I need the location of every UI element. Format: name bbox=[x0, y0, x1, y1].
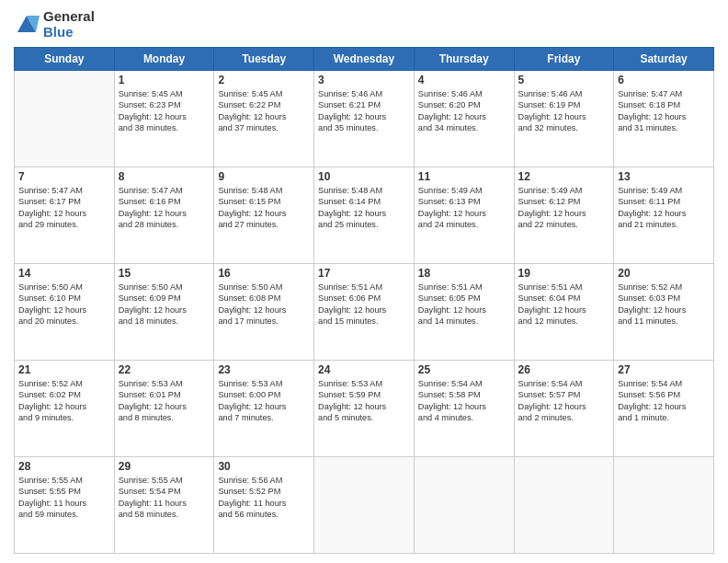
calendar-cell: 6Sunrise: 5:47 AM Sunset: 6:18 PM Daylig… bbox=[614, 71, 714, 167]
calendar-cell: 17Sunrise: 5:51 AM Sunset: 6:06 PM Dayli… bbox=[314, 264, 415, 361]
calendar-cell: 23Sunrise: 5:53 AM Sunset: 6:00 PM Dayli… bbox=[214, 361, 314, 457]
day-info: Sunrise: 5:50 AM Sunset: 6:09 PM Dayligh… bbox=[119, 282, 210, 327]
day-number: 27 bbox=[618, 363, 710, 376]
calendar-cell: 18Sunrise: 5:51 AM Sunset: 6:05 PM Dayli… bbox=[414, 264, 514, 361]
day-number: 26 bbox=[518, 363, 610, 376]
day-number: 19 bbox=[518, 267, 610, 280]
header: General Blue bbox=[14, 9, 714, 40]
day-number: 17 bbox=[318, 267, 410, 280]
weekday-header: Wednesday bbox=[314, 48, 415, 71]
calendar-cell: 22Sunrise: 5:53 AM Sunset: 6:01 PM Dayli… bbox=[114, 361, 214, 457]
weekday-header: Monday bbox=[114, 48, 214, 71]
calendar-cell bbox=[414, 457, 514, 554]
day-info: Sunrise: 5:47 AM Sunset: 6:17 PM Dayligh… bbox=[18, 185, 110, 231]
calendar-cell: 12Sunrise: 5:49 AM Sunset: 6:12 PM Dayli… bbox=[514, 167, 614, 264]
day-number: 8 bbox=[119, 170, 210, 183]
day-info: Sunrise: 5:53 AM Sunset: 5:59 PM Dayligh… bbox=[318, 378, 410, 424]
calendar-cell: 27Sunrise: 5:54 AM Sunset: 5:56 PM Dayli… bbox=[614, 361, 714, 457]
page: General Blue SundayMondayTuesdayWednesda… bbox=[0, 0, 728, 563]
day-info: Sunrise: 5:54 AM Sunset: 5:56 PM Dayligh… bbox=[618, 378, 710, 424]
day-number: 3 bbox=[318, 74, 410, 86]
day-info: Sunrise: 5:55 AM Sunset: 5:54 PM Dayligh… bbox=[119, 475, 210, 521]
day-info: Sunrise: 5:52 AM Sunset: 6:03 PM Dayligh… bbox=[618, 282, 710, 327]
logo-text: General Blue bbox=[43, 9, 95, 40]
day-number: 25 bbox=[418, 363, 510, 376]
day-number: 12 bbox=[518, 170, 610, 183]
calendar-cell: 29Sunrise: 5:55 AM Sunset: 5:54 PM Dayli… bbox=[114, 457, 214, 554]
weekday-header: Saturday bbox=[614, 48, 714, 71]
day-number: 4 bbox=[418, 74, 510, 86]
day-info: Sunrise: 5:55 AM Sunset: 5:55 PM Dayligh… bbox=[18, 475, 110, 521]
calendar-cell: 4Sunrise: 5:46 AM Sunset: 6:20 PM Daylig… bbox=[414, 71, 514, 167]
day-info: Sunrise: 5:48 AM Sunset: 6:15 PM Dayligh… bbox=[218, 185, 310, 231]
weekday-header: Sunday bbox=[15, 48, 115, 71]
day-info: Sunrise: 5:52 AM Sunset: 6:02 PM Dayligh… bbox=[18, 378, 110, 424]
logo: General Blue bbox=[14, 9, 95, 40]
calendar-cell: 7Sunrise: 5:47 AM Sunset: 6:17 PM Daylig… bbox=[15, 167, 115, 264]
calendar-cell: 26Sunrise: 5:54 AM Sunset: 5:57 PM Dayli… bbox=[514, 361, 614, 457]
day-number: 9 bbox=[218, 170, 310, 183]
day-number: 6 bbox=[618, 74, 710, 86]
calendar-cell: 25Sunrise: 5:54 AM Sunset: 5:58 PM Dayli… bbox=[414, 361, 514, 457]
logo-icon bbox=[14, 12, 40, 38]
calendar-cell: 15Sunrise: 5:50 AM Sunset: 6:09 PM Dayli… bbox=[114, 264, 214, 361]
day-info: Sunrise: 5:54 AM Sunset: 5:58 PM Dayligh… bbox=[418, 378, 510, 424]
day-number: 24 bbox=[318, 363, 410, 376]
calendar-cell: 28Sunrise: 5:55 AM Sunset: 5:55 PM Dayli… bbox=[15, 457, 115, 554]
day-info: Sunrise: 5:51 AM Sunset: 6:05 PM Dayligh… bbox=[418, 282, 510, 327]
day-info: Sunrise: 5:50 AM Sunset: 6:10 PM Dayligh… bbox=[18, 282, 110, 327]
weekday-header: Thursday bbox=[414, 48, 514, 71]
day-info: Sunrise: 5:54 AM Sunset: 5:57 PM Dayligh… bbox=[518, 378, 610, 424]
calendar-cell: 19Sunrise: 5:51 AM Sunset: 6:04 PM Dayli… bbox=[514, 264, 614, 361]
day-info: Sunrise: 5:49 AM Sunset: 6:13 PM Dayligh… bbox=[418, 185, 510, 231]
calendar-cell: 13Sunrise: 5:49 AM Sunset: 6:11 PM Dayli… bbox=[614, 167, 714, 264]
day-number: 21 bbox=[18, 363, 110, 376]
day-info: Sunrise: 5:46 AM Sunset: 6:19 PM Dayligh… bbox=[518, 88, 610, 134]
day-number: 23 bbox=[218, 363, 310, 376]
calendar-cell: 20Sunrise: 5:52 AM Sunset: 6:03 PM Dayli… bbox=[614, 264, 714, 361]
weekday-header: Friday bbox=[514, 48, 614, 71]
day-info: Sunrise: 5:56 AM Sunset: 5:52 PM Dayligh… bbox=[218, 475, 310, 521]
day-number: 28 bbox=[18, 460, 110, 473]
day-number: 15 bbox=[119, 267, 210, 280]
calendar-cell: 1Sunrise: 5:45 AM Sunset: 6:23 PM Daylig… bbox=[114, 71, 214, 167]
calendar-cell: 3Sunrise: 5:46 AM Sunset: 6:21 PM Daylig… bbox=[314, 71, 415, 167]
day-info: Sunrise: 5:45 AM Sunset: 6:22 PM Dayligh… bbox=[218, 88, 310, 134]
calendar-cell: 9Sunrise: 5:48 AM Sunset: 6:15 PM Daylig… bbox=[214, 167, 314, 264]
calendar-cell: 10Sunrise: 5:48 AM Sunset: 6:14 PM Dayli… bbox=[314, 167, 415, 264]
day-number: 29 bbox=[119, 460, 210, 473]
day-number: 18 bbox=[418, 267, 510, 280]
day-number: 20 bbox=[618, 267, 710, 280]
calendar-cell: 8Sunrise: 5:47 AM Sunset: 6:16 PM Daylig… bbox=[114, 167, 214, 264]
day-number: 22 bbox=[119, 363, 210, 376]
weekday-header: Tuesday bbox=[214, 48, 314, 71]
day-info: Sunrise: 5:47 AM Sunset: 6:16 PM Dayligh… bbox=[119, 185, 210, 231]
day-info: Sunrise: 5:51 AM Sunset: 6:06 PM Dayligh… bbox=[318, 282, 410, 327]
day-number: 7 bbox=[18, 170, 110, 183]
day-number: 16 bbox=[218, 267, 310, 280]
calendar-cell: 14Sunrise: 5:50 AM Sunset: 6:10 PM Dayli… bbox=[15, 264, 115, 361]
calendar-cell: 11Sunrise: 5:49 AM Sunset: 6:13 PM Dayli… bbox=[414, 167, 514, 264]
day-info: Sunrise: 5:51 AM Sunset: 6:04 PM Dayligh… bbox=[518, 282, 610, 327]
calendar-cell: 30Sunrise: 5:56 AM Sunset: 5:52 PM Dayli… bbox=[214, 457, 314, 554]
calendar-cell bbox=[15, 71, 115, 167]
day-number: 1 bbox=[119, 74, 210, 86]
day-info: Sunrise: 5:48 AM Sunset: 6:14 PM Dayligh… bbox=[318, 185, 410, 231]
day-number: 2 bbox=[218, 74, 310, 86]
calendar-cell: 16Sunrise: 5:50 AM Sunset: 6:08 PM Dayli… bbox=[214, 264, 314, 361]
calendar-cell: 24Sunrise: 5:53 AM Sunset: 5:59 PM Dayli… bbox=[314, 361, 415, 457]
day-info: Sunrise: 5:47 AM Sunset: 6:18 PM Dayligh… bbox=[618, 88, 710, 134]
day-info: Sunrise: 5:50 AM Sunset: 6:08 PM Dayligh… bbox=[218, 282, 310, 327]
day-number: 30 bbox=[218, 460, 310, 473]
calendar-cell bbox=[514, 457, 614, 554]
calendar-cell: 5Sunrise: 5:46 AM Sunset: 6:19 PM Daylig… bbox=[514, 71, 614, 167]
calendar-cell bbox=[314, 457, 415, 554]
day-info: Sunrise: 5:49 AM Sunset: 6:11 PM Dayligh… bbox=[618, 185, 710, 231]
calendar-cell: 21Sunrise: 5:52 AM Sunset: 6:02 PM Dayli… bbox=[15, 361, 115, 457]
day-info: Sunrise: 5:53 AM Sunset: 6:01 PM Dayligh… bbox=[119, 378, 210, 424]
day-number: 13 bbox=[618, 170, 710, 183]
day-info: Sunrise: 5:49 AM Sunset: 6:12 PM Dayligh… bbox=[518, 185, 610, 231]
calendar-cell bbox=[614, 457, 714, 554]
calendar-table: SundayMondayTuesdayWednesdayThursdayFrid… bbox=[14, 47, 714, 554]
day-info: Sunrise: 5:46 AM Sunset: 6:20 PM Dayligh… bbox=[418, 88, 510, 134]
